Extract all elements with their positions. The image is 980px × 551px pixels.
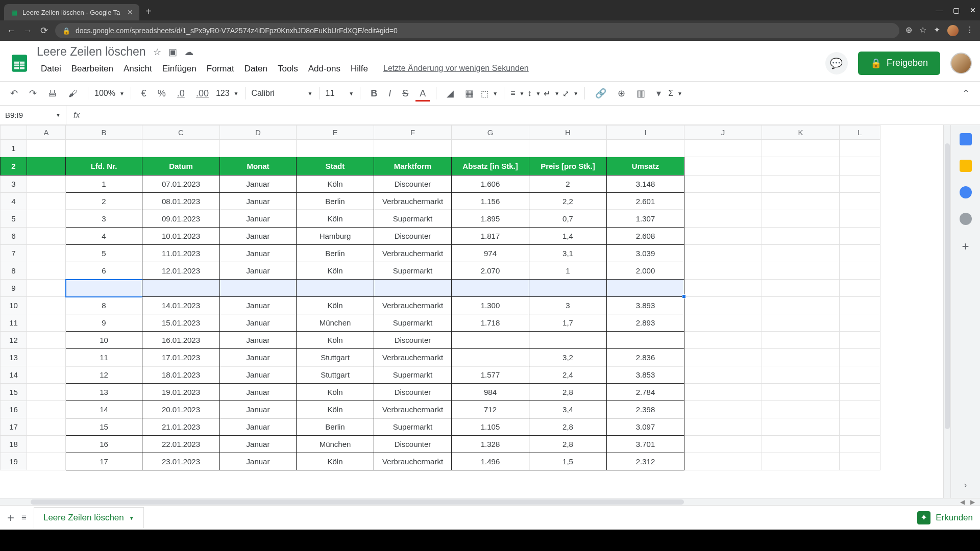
profile-avatar-icon[interactable] <box>947 25 959 36</box>
forward-icon[interactable]: → <box>22 26 33 36</box>
cell[interactable] <box>840 332 880 349</box>
row-header[interactable]: 8 <box>1 262 27 280</box>
cell[interactable] <box>27 349 66 366</box>
col-header-D[interactable]: D <box>220 126 297 140</box>
col-header-I[interactable]: I <box>607 126 684 140</box>
data-cell[interactable]: Berlin <box>297 245 374 262</box>
cell[interactable] <box>684 210 762 228</box>
data-cell[interactable]: Verbrauchermarkt <box>374 245 452 262</box>
data-cell[interactable] <box>374 280 452 297</box>
data-cell[interactable]: Verbrauchermarkt <box>374 349 452 366</box>
data-cell[interactable]: 16.01.2023 <box>142 332 220 349</box>
comments-button[interactable]: 💬 <box>825 52 848 74</box>
filter-button[interactable]: ▾ <box>652 85 665 102</box>
data-cell[interactable]: 2,2 <box>529 193 607 210</box>
vertical-scrollbar[interactable] <box>943 125 950 498</box>
collapse-sidepanel-icon[interactable]: › <box>964 481 967 490</box>
menu-icon[interactable]: ⋮ <box>966 25 974 36</box>
cell[interactable] <box>762 262 840 280</box>
browser-tab[interactable]: ▦ Leere Zeilen löschen - Google Ta ✕ <box>4 4 139 20</box>
cell[interactable] <box>762 245 840 262</box>
cell[interactable] <box>220 140 297 157</box>
data-cell[interactable]: 1.300 <box>452 297 529 314</box>
data-cell[interactable]: Discounter <box>374 332 452 349</box>
cell[interactable] <box>142 140 220 157</box>
table-header-cell[interactable]: Marktform <box>374 157 452 176</box>
col-header-L[interactable]: L <box>840 126 880 140</box>
data-cell[interactable]: Discounter <box>374 436 452 453</box>
wrap-button[interactable]: ↵▼ <box>544 89 559 98</box>
table-header-cell[interactable]: Umsatz <box>607 157 684 176</box>
row-header[interactable]: 15 <box>1 384 27 401</box>
data-cell[interactable]: 2,8 <box>529 384 607 401</box>
row-header[interactable]: 3 <box>1 176 27 193</box>
data-cell[interactable]: Januar <box>220 193 297 210</box>
cell[interactable] <box>840 453 880 470</box>
cell[interactable] <box>840 157 880 176</box>
collapse-toolbar-icon[interactable]: ⌃ <box>958 85 974 102</box>
data-cell[interactable]: 2.784 <box>607 384 684 401</box>
data-cell[interactable]: Köln <box>297 297 374 314</box>
cell[interactable] <box>27 157 66 176</box>
cell[interactable] <box>27 297 66 314</box>
col-header-C[interactable]: C <box>142 126 220 140</box>
all-sheets-button[interactable]: ≡ <box>21 513 27 523</box>
cell[interactable] <box>762 280 840 297</box>
data-cell[interactable]: 0,7 <box>529 210 607 228</box>
fill-color-button[interactable]: ◢ <box>443 85 458 102</box>
data-cell[interactable]: Berlin <box>297 418 374 436</box>
data-cell[interactable]: 3.893 <box>607 297 684 314</box>
data-cell[interactable]: Discounter <box>374 384 452 401</box>
star-icon[interactable]: ☆ <box>919 25 926 36</box>
cell[interactable] <box>27 384 66 401</box>
menu-format[interactable]: Format <box>203 62 238 76</box>
data-cell[interactable]: 3.853 <box>607 366 684 384</box>
comment-button[interactable]: ⊕ <box>614 85 629 102</box>
maximize-icon[interactable]: ▢ <box>953 6 960 14</box>
col-header-A[interactable]: A <box>27 126 66 140</box>
data-cell[interactable]: 10.01.2023 <box>142 228 220 245</box>
data-cell[interactable]: Januar <box>220 436 297 453</box>
table-header-cell[interactable]: Monat <box>220 157 297 176</box>
data-cell[interactable]: Köln <box>297 332 374 349</box>
data-cell[interactable] <box>529 332 607 349</box>
cell[interactable] <box>684 262 762 280</box>
cell[interactable] <box>684 245 762 262</box>
data-cell[interactable]: 21.01.2023 <box>142 418 220 436</box>
data-cell[interactable]: Supermarkt <box>374 210 452 228</box>
link-button[interactable]: 🔗 <box>591 85 610 102</box>
data-cell[interactable]: Köln <box>297 210 374 228</box>
col-header-B[interactable]: B <box>66 126 142 140</box>
data-cell[interactable]: 18.01.2023 <box>142 366 220 384</box>
table-header-cell[interactable]: Stadt <box>297 157 374 176</box>
cell[interactable] <box>762 157 840 176</box>
data-cell[interactable]: 23.01.2023 <box>142 453 220 470</box>
data-cell[interactable]: 2.608 <box>607 228 684 245</box>
cell[interactable] <box>684 418 762 436</box>
menu-add-ons[interactable]: Add-ons <box>304 62 345 76</box>
data-cell[interactable]: 13 <box>66 384 142 401</box>
bold-button[interactable]: B <box>366 85 381 102</box>
cell[interactable] <box>762 332 840 349</box>
menu-bearbeiten[interactable]: Bearbeiten <box>67 62 117 76</box>
col-header-K[interactable]: K <box>762 126 840 140</box>
data-cell[interactable] <box>452 349 529 366</box>
cell[interactable] <box>27 140 66 157</box>
data-cell[interactable]: 20.01.2023 <box>142 401 220 418</box>
data-cell[interactable]: Hamburg <box>297 228 374 245</box>
data-cell[interactable]: Januar <box>220 262 297 280</box>
share-button[interactable]: 🔒 Freigeben <box>858 52 940 75</box>
data-cell[interactable]: 1.307 <box>607 210 684 228</box>
data-cell[interactable]: Discounter <box>374 176 452 193</box>
cell[interactable] <box>840 349 880 366</box>
data-cell[interactable]: 1.718 <box>452 314 529 332</box>
horizontal-scrollbar[interactable]: ◀ ▶ <box>0 498 980 505</box>
data-cell[interactable]: München <box>297 436 374 453</box>
sheets-logo-icon[interactable] <box>8 49 31 78</box>
data-cell[interactable]: Januar <box>220 349 297 366</box>
cell[interactable] <box>684 366 762 384</box>
cell[interactable] <box>684 176 762 193</box>
data-cell[interactable] <box>452 280 529 297</box>
data-cell[interactable]: 09.01.2023 <box>142 210 220 228</box>
data-cell[interactable]: 2 <box>529 176 607 193</box>
